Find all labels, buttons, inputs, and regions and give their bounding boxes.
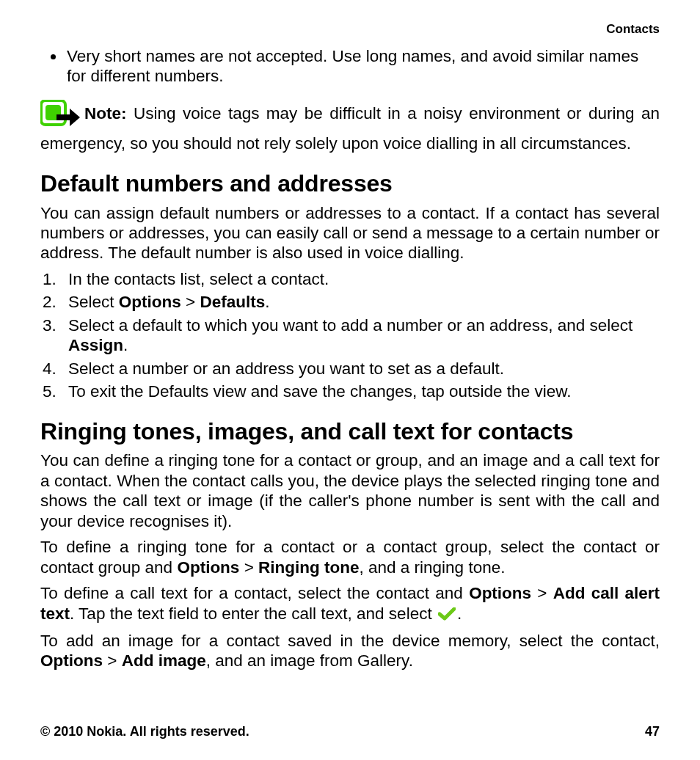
- step-text: >: [181, 293, 200, 311]
- note-text: Using voice tags may be difficult in a n…: [40, 104, 660, 153]
- note-icon: [40, 100, 80, 134]
- step-1: In the contacts list, select a contact.: [61, 269, 660, 289]
- section2-p2: To define a ringing tone for a contact o…: [40, 537, 660, 577]
- copyright-text: © 2010 Nokia. All rights reserved.: [40, 724, 249, 739]
- p-bold: Add image: [122, 651, 206, 670]
- p-bold: Ringing tone: [258, 558, 359, 577]
- p-text: >: [531, 584, 553, 602]
- note-paragraph: Note: Using voice tags may be difficult …: [40, 100, 660, 154]
- p-bold: Options: [469, 584, 531, 602]
- step-4: Select a number or an address you want t…: [61, 359, 660, 379]
- section1-intro: You can assign default numbers or addres…: [40, 203, 660, 263]
- p-text: To add an image for a contact saved in t…: [40, 632, 660, 650]
- page-footer: © 2010 Nokia. All rights reserved. 47: [40, 724, 660, 739]
- step-5: To exit the Defaults view and save the c…: [61, 381, 660, 401]
- p-text: , and a ringing tone.: [360, 558, 506, 577]
- heading-default-numbers: Default numbers and addresses: [40, 169, 660, 198]
- p-bold: Options: [177, 558, 239, 577]
- p-text: To define a call text for a contact, sel…: [40, 584, 469, 602]
- section2-p4: To add an image for a contact saved in t…: [40, 631, 660, 671]
- p-bold: Options: [40, 651, 103, 670]
- step-text: .: [123, 336, 128, 354]
- step-text: Select a default to which you want to ad…: [68, 316, 632, 335]
- note-label: Note:: [84, 104, 127, 123]
- bullet-item: Very short names are not accepted. Use l…: [65, 46, 660, 87]
- step-text: Select: [68, 293, 119, 311]
- section2-p3: To define a call text for a contact, sel…: [40, 583, 660, 625]
- running-header: Contacts: [40, 22, 660, 37]
- bullet-list: Very short names are not accepted. Use l…: [40, 46, 660, 87]
- step-bold: Defaults: [200, 293, 265, 311]
- p-text: .: [457, 604, 462, 623]
- p-text: , and an image from Gallery.: [206, 651, 413, 670]
- step-3: Select a default to which you want to ad…: [61, 315, 660, 356]
- p-text: >: [239, 558, 258, 577]
- section2-intro: You can define a ringing tone for a cont…: [40, 450, 660, 531]
- step-2: Select Options > Defaults.: [61, 292, 660, 312]
- page-content: Contacts Very short names are not accept…: [0, 0, 700, 671]
- heading-ringing-tones: Ringing tones, images, and call text for…: [40, 417, 660, 446]
- p-text: . Tap the text field to enter the call t…: [70, 604, 437, 623]
- checkmark-icon: [438, 605, 456, 625]
- step-text: .: [265, 293, 269, 311]
- p-text: >: [103, 651, 122, 670]
- page-number: 47: [645, 724, 660, 739]
- step-bold: Assign: [68, 336, 123, 354]
- steps-list: In the contacts list, select a contact. …: [40, 269, 660, 402]
- step-bold: Options: [119, 293, 181, 311]
